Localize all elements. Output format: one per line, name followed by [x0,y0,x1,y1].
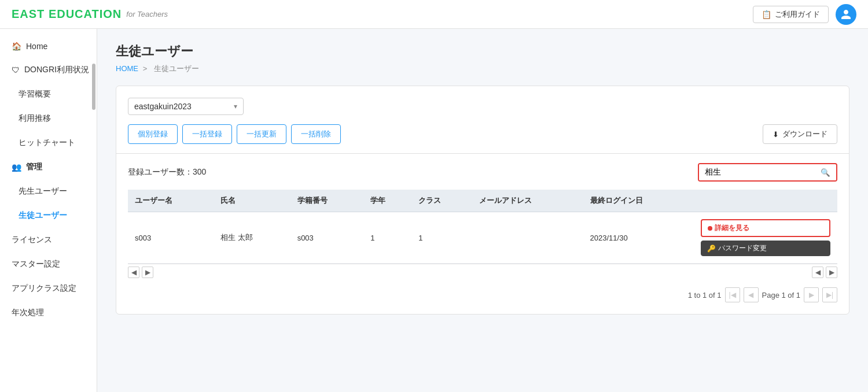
search-button[interactable]: 🔍 [815,165,836,180]
scroll-right-arrow-right[interactable]: ▶ [826,267,837,278]
cell-name: 相生 太郎 [214,212,290,264]
col-student-id: 学籍番号 [290,190,363,212]
cell-student-id: s003 [290,212,363,264]
sidebar-item-sensei[interactable]: 先生ユーザー [0,179,97,204]
guide-label: ご利用ガイド [775,9,820,20]
row-action-col: 詳細を見る 🔑 パスワード変更 [701,219,830,256]
app-header: EAST EDUCATION for Teachers 📋 ご利用ガイド [0,0,868,29]
breadcrumb-separator: > [143,64,148,73]
scroll-right-arrow[interactable]: ▶ [142,267,153,278]
pw-label: パスワード変更 [718,243,767,253]
shield-icon: 🛡 [12,65,20,75]
breadcrumb: HOME > 生徒ユーザー [116,64,849,74]
table-header-row: 登録ユーザー数：300 🔍 [128,163,837,182]
sidebar-item-home[interactable]: 🏠 Home [0,35,97,58]
sidebar-kanri-label: 管理 [26,162,42,172]
sidebar-item-riyou[interactable]: 利用推移 [0,106,97,131]
logo-east-text: EAST EDUCATION [12,8,122,21]
col-username: ユーザー名 [128,190,214,212]
sidebar-license-label: ライセンス [12,235,52,245]
download-label: ダウンロード [782,129,827,139]
pagination-page-info: Page 1 of 1 [762,291,801,299]
sidebar-gakushu-label: 学習概要 [19,89,51,99]
sidebar-scrollbar [92,64,95,110]
cell-username: s003 [128,212,214,264]
breadcrumb-current: 生徒ユーザー [154,64,199,73]
table-header: ユーザー名 氏名 学籍番号 学年 クラス メールアドレス 最終ログイン日 [128,190,837,212]
sidebar-riyou-label: 利用推移 [19,113,51,124]
cell-last-login: 2023/11/30 [583,212,694,264]
sidebar-nenzi-label: 年次処理 [12,308,44,318]
home-icon: 🏠 [12,42,21,51]
col-name: 氏名 [214,190,290,212]
sidebar: 🏠 Home 🛡 DONGRI利用状況 学習概要 利用推移 ヒットチャート 👥 … [0,29,97,392]
pagination-first-button[interactable]: |◀ [725,287,740,302]
pagination-range: 1 to 1 of 1 [688,291,722,299]
sidebar-item-gakushu[interactable]: 学習概要 [0,82,97,106]
search-box: 🔍 [698,163,837,182]
pagination-prev-button[interactable]: ◀ [744,287,759,302]
table-scroll-row: ◀ ▶ ◀ ▶ [128,264,837,280]
pagination-last-button[interactable]: ▶| [822,287,837,302]
sidebar-item-license[interactable]: ライセンス [0,228,97,252]
sidebar-dongri-label: DONGRI利用状況 [24,65,89,75]
sidebar-item-appclass[interactable]: アプリクラス設定 [0,276,97,301]
search-input[interactable] [699,164,815,180]
bulk-register-button[interactable]: 一括登録 [182,124,232,144]
col-email: メールアドレス [472,190,583,212]
sidebar-appclass-label: アプリクラス設定 [12,283,76,294]
person-icon [840,9,852,20]
user-count: 登録ユーザー数：300 [128,167,206,177]
scroll-left-arrow[interactable]: ◀ [128,267,139,278]
cell-actions: 詳細を見る 🔑 パスワード変更 [694,212,837,264]
bulk-delete-button[interactable]: 一括削除 [291,124,341,144]
guide-button[interactable]: 📋 ご利用ガイド [753,6,829,23]
page-title: 生徒ユーザー [116,43,849,60]
sidebar-item-dongri[interactable]: 🛡 DONGRI利用状況 [0,58,97,82]
school-dropdown-row: eastgakuin2023 ▾ [128,98,837,115]
download-icon: ⬇ [773,130,779,139]
details-button[interactable]: 詳細を見る [701,219,830,237]
sidebar-item-hit[interactable]: ヒットチャート [0,131,97,155]
main-layout: 🏠 Home 🛡 DONGRI利用状況 学習概要 利用推移 ヒットチャート 👥 … [0,29,868,392]
col-last-login: 最終ログイン日 [583,190,694,212]
cell-email [472,212,583,264]
action-buttons: 個別登録 一括登録 一括更新 一括削除 [128,124,341,144]
scroll-left-arrow-right[interactable]: ◀ [812,267,823,278]
details-label: 詳細を見る [715,223,749,233]
logo: EAST EDUCATION for Teachers [12,8,168,21]
logo-for-text: for Teachers [126,10,168,19]
sidebar-sensei-label: 先生ユーザー [19,186,67,197]
school-dropdown[interactable]: eastgakuin2023 ▾ [128,98,244,115]
col-class: クラス [411,190,472,212]
bulk-update-button[interactable]: 一括更新 [237,124,286,144]
key-icon: 🔑 [707,245,716,253]
main-content: 生徒ユーザー HOME > 生徒ユーザー eastgakuin2023 ▾ 個別… [97,29,868,392]
user-avatar[interactable] [836,4,856,25]
school-dropdown-value: eastgakuin2023 [134,102,192,111]
password-change-button[interactable]: 🔑 パスワード変更 [701,241,830,256]
breadcrumb-home[interactable]: HOME [116,64,138,73]
col-actions [694,190,837,212]
action-row: 個別登録 一括登録 一括更新 一括削除 ⬇ ダウンロード [128,124,837,144]
table-wrapper: ユーザー名 氏名 学籍番号 学年 クラス メールアドレス 最終ログイン日 s0 [128,190,837,264]
sidebar-item-master[interactable]: マスター設定 [0,252,97,276]
sidebar-hit-label: ヒットチャート [19,138,75,148]
sidebar-seito-label: 生徒ユーザー [19,210,67,221]
chevron-down-icon: ▾ [234,102,237,110]
sidebar-home-label: Home [26,42,47,51]
sidebar-item-kanri[interactable]: 👥 管理 [0,155,97,179]
sidebar-item-seito[interactable]: 生徒ユーザー [0,204,97,228]
download-button[interactable]: ⬇ ダウンロード [763,124,837,144]
sidebar-item-nenzi[interactable]: 年次処理 [0,301,97,325]
section-divider [116,153,849,154]
individual-register-button[interactable]: 個別登録 [128,124,178,144]
header-right: 📋 ご利用ガイド [753,4,856,25]
pagination-row: 1 to 1 of 1 |◀ ◀ Page 1 of 1 ▶ ▶| [128,287,837,302]
pagination-next-button[interactable]: ▶ [804,287,819,302]
cell-grade[interactable]: 1 [363,212,411,264]
table-row: s003 相生 太郎 s003 1 1 2023/11/30 [128,212,837,264]
sidebar-master-label: マスター設定 [12,259,60,269]
people-icon: 👥 [12,162,21,172]
cell-class[interactable]: 1 [411,212,472,264]
